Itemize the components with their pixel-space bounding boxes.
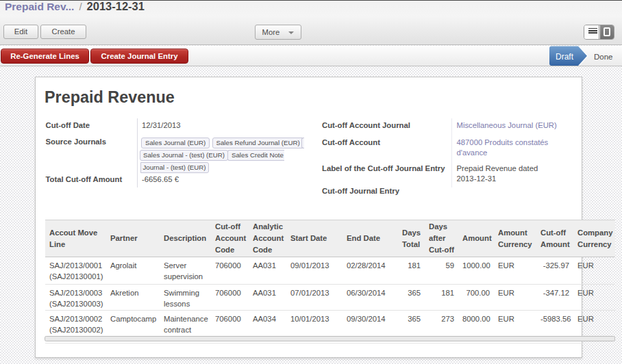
svg-text:Draft: Draft xyxy=(556,52,574,62)
